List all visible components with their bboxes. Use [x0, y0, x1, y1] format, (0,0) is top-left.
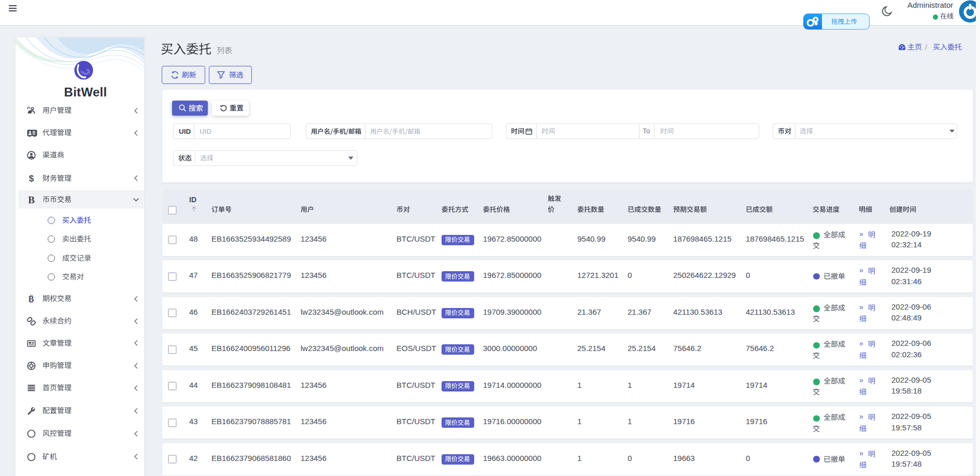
svg-text:B: B [28, 195, 35, 204]
svg-text:$: $ [29, 174, 34, 183]
svg-text:B: B [28, 295, 34, 303]
